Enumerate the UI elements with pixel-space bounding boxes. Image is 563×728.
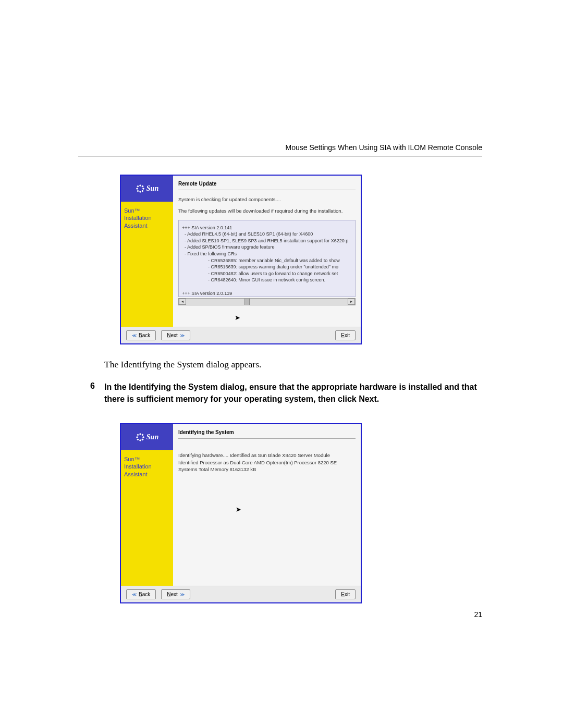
svg-rect-7 — [141, 185, 143, 187]
sun-logo: Sun — [121, 424, 173, 450]
exit-button[interactable]: ExitExit — [335, 330, 356, 340]
svg-rect-0 — [139, 184, 141, 187]
svg-rect-2 — [136, 188, 138, 190]
dialog-footer: ≪BBackack Next≫Next ExitExit — [121, 327, 361, 343]
dialog-title: Identifying the System — [178, 429, 356, 439]
svg-rect-8 — [139, 433, 141, 435]
dialog-footer: ≪BackBack Next≫Next ExitExit — [121, 586, 361, 602]
back-button[interactable]: ≪BBackack — [126, 330, 156, 340]
dialog-title: Remote Update — [178, 181, 356, 190]
svg-rect-4 — [137, 185, 139, 187]
next-button[interactable]: Next≫Next — [161, 589, 190, 599]
sun-logo-text: Sun — [146, 433, 158, 441]
svg-rect-13 — [141, 438, 143, 440]
svg-rect-9 — [139, 439, 141, 441]
sia-main-pane: Remote Update System is checking for upd… — [173, 176, 361, 327]
sun-logo: Sun — [121, 176, 173, 202]
scroll-left-button[interactable]: ◂ — [179, 299, 186, 305]
header-divider — [78, 156, 482, 156]
next-button[interactable]: Next≫Next — [161, 330, 190, 340]
cursor-icon: ➤ — [235, 314, 240, 322]
svg-rect-3 — [142, 188, 144, 190]
horizontal-scrollbar[interactable]: ◂ ▸ — [178, 298, 356, 305]
scroll-thumb[interactable] — [244, 299, 250, 305]
sidebar-product-name: Sun™ Installation Assistant — [124, 207, 170, 229]
scroll-right-button[interactable]: ▸ — [348, 299, 355, 305]
sia-main-pane: Identifying the System Identifying hardw… — [173, 424, 361, 586]
svg-rect-15 — [141, 434, 143, 436]
remote-update-screenshot: Sun Sun™ Installation Assistant Remote U… — [120, 175, 482, 344]
identifying-system-screenshot: Sun Sun™ Installation Assistant Identify… — [120, 423, 482, 603]
identify-text: Identifying hardware.... Identified as S… — [178, 452, 337, 472]
sia-sidebar: Sun Sun™ Installation Assistant — [121, 176, 173, 327]
sun-logo-text: Sun — [146, 184, 158, 193]
svg-rect-5 — [141, 190, 143, 192]
update-log-box[interactable]: +++ SIA version 2.0.141 - Added RHEL4.5 … — [178, 220, 356, 297]
caption-text: The Identifying the System dialog appear… — [104, 357, 482, 371]
step-6: 6 In the Identifying the System dialog, … — [78, 381, 482, 405]
exit-button[interactable]: ExitExit — [335, 589, 356, 599]
cursor-icon: ➤ — [236, 505, 241, 514]
svg-rect-11 — [142, 436, 144, 438]
svg-rect-14 — [137, 438, 139, 440]
svg-rect-12 — [137, 434, 139, 436]
svg-rect-6 — [137, 190, 139, 192]
status-text-2: The following updates will be downloaded… — [178, 208, 356, 214]
running-header: Mouse Settings When Using SIA with ILOM … — [78, 143, 482, 152]
sia-sidebar: Sun Sun™ Installation Assistant — [121, 424, 173, 586]
sidebar-product-name: Sun™ Installation Assistant — [124, 455, 170, 478]
scroll-track[interactable] — [186, 299, 348, 305]
svg-rect-10 — [136, 436, 138, 438]
step-instruction: In the Identifying the System dialog, en… — [104, 381, 482, 405]
back-button[interactable]: ≪BackBack — [126, 589, 156, 599]
status-text-1: System is checking for updated component… — [178, 196, 356, 203]
page-number: 21 — [474, 610, 482, 619]
svg-rect-1 — [139, 191, 141, 193]
identify-output: Identifying hardware.... Identified as S… — [178, 445, 356, 565]
step-number: 6 — [78, 381, 104, 405]
